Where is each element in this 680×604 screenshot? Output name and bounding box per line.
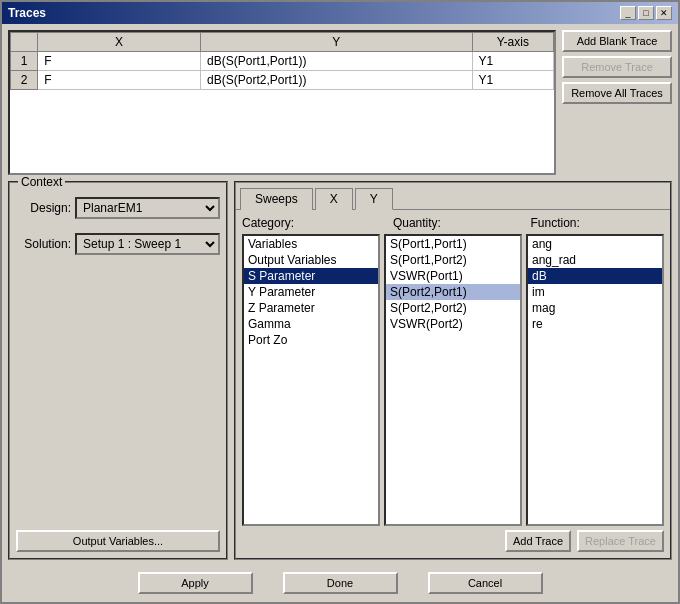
quantities-list[interactable]: S(Port1,Port1)S(Port1,Port2)VSWR(Port1)S…	[384, 234, 522, 526]
row-yaxis: Y1	[472, 71, 553, 90]
solution-select[interactable]: Setup 1 : Sweep 1	[75, 233, 220, 255]
add-blank-trace-button[interactable]: Add Blank Trace	[562, 30, 672, 52]
list-item[interactable]: S(Port2,Port2)	[386, 300, 520, 316]
tab-y[interactable]: Y	[355, 188, 393, 210]
title-bar-buttons: _ □ ✕	[620, 6, 672, 20]
close-button[interactable]: ✕	[656, 6, 672, 20]
design-field-row: Design: PlanarEM1	[16, 197, 220, 219]
list-item[interactable]: ang	[528, 236, 662, 252]
remove-trace-button[interactable]: Remove Trace	[562, 56, 672, 78]
row-x: F	[38, 71, 201, 90]
sweeps-panel: Sweeps X Y Category: Quantity: Function:…	[234, 181, 672, 560]
table-row[interactable]: 2 F dB(S(Port2,Port1)) Y1	[11, 71, 554, 90]
list-item[interactable]: Z Parameter	[244, 300, 378, 316]
row-num: 1	[11, 52, 38, 71]
remove-all-traces-button[interactable]: Remove All Traces	[562, 82, 672, 104]
row-yaxis: Y1	[472, 52, 553, 71]
list-item[interactable]: VSWR(Port2)	[386, 316, 520, 332]
window-content: X Y Y-axis 1 F dB(S(Port1,Port1)) Y1 2 F…	[2, 24, 678, 602]
list-item[interactable]: S(Port1,Port2)	[386, 252, 520, 268]
row-y: dB(S(Port2,Port1))	[201, 71, 473, 90]
sweeps-bottom-buttons: Add Trace Replace Trace	[242, 530, 664, 552]
add-trace-button[interactable]: Add Trace	[505, 530, 571, 552]
solution-label: Solution:	[16, 237, 71, 251]
header-yaxis: Y-axis	[472, 33, 553, 52]
header-rownum	[11, 33, 38, 52]
lists-row: VariablesOutput VariablesS ParameterY Pa…	[242, 234, 664, 526]
column-headers: Category: Quantity: Function:	[242, 216, 664, 230]
output-variables-button[interactable]: Output Variables...	[16, 530, 220, 552]
list-item[interactable]: ang_rad	[528, 252, 662, 268]
list-item[interactable]: Port Zo	[244, 332, 378, 348]
list-item[interactable]: dB	[528, 268, 662, 284]
header-y: Y	[201, 33, 473, 52]
category-header: Category:	[242, 216, 389, 230]
minimize-button[interactable]: _	[620, 6, 636, 20]
traces-table: X Y Y-axis 1 F dB(S(Port1,Port1)) Y1 2 F…	[10, 32, 554, 90]
functions-list[interactable]: angang_raddBimmagre	[526, 234, 664, 526]
title-bar: Traces _ □ ✕	[2, 2, 678, 24]
solution-select-wrapper: Setup 1 : Sweep 1	[75, 233, 220, 255]
maximize-button[interactable]: □	[638, 6, 654, 20]
context-spacer	[16, 261, 220, 524]
list-item[interactable]: Output Variables	[244, 252, 378, 268]
row-y: dB(S(Port1,Port1))	[201, 52, 473, 71]
replace-trace-button[interactable]: Replace Trace	[577, 530, 664, 552]
list-item[interactable]: Variables	[244, 236, 378, 252]
list-item[interactable]: S(Port1,Port1)	[386, 236, 520, 252]
list-item[interactable]: S(Port2,Port1)	[386, 284, 520, 300]
solution-field-row: Solution: Setup 1 : Sweep 1	[16, 233, 220, 255]
list-item[interactable]: re	[528, 316, 662, 332]
footer-buttons: Apply Done Cancel	[8, 566, 672, 596]
list-item[interactable]: S Parameter	[244, 268, 378, 284]
row-x: F	[38, 52, 201, 71]
table-row[interactable]: 1 F dB(S(Port1,Port1)) Y1	[11, 52, 554, 71]
design-label: Design:	[16, 201, 71, 215]
design-select[interactable]: PlanarEM1	[75, 197, 220, 219]
window-title: Traces	[8, 6, 46, 20]
row-num: 2	[11, 71, 38, 90]
cancel-button[interactable]: Cancel	[428, 572, 543, 594]
design-select-wrapper: PlanarEM1	[75, 197, 220, 219]
function-header: Function:	[530, 216, 664, 230]
list-item[interactable]: mag	[528, 300, 662, 316]
top-section: X Y Y-axis 1 F dB(S(Port1,Port1)) Y1 2 F…	[8, 30, 672, 175]
categories-list[interactable]: VariablesOutput VariablesS ParameterY Pa…	[242, 234, 380, 526]
apply-button[interactable]: Apply	[138, 572, 253, 594]
context-panel: Context Design: PlanarEM1 Solution: Setu…	[8, 181, 228, 560]
list-item[interactable]: VSWR(Port1)	[386, 268, 520, 284]
quantity-header: Quantity:	[393, 216, 527, 230]
tab-x[interactable]: X	[315, 188, 353, 210]
list-item[interactable]: Gamma	[244, 316, 378, 332]
right-buttons: Add Blank Trace Remove Trace Remove All …	[562, 30, 672, 175]
sweeps-content: Category: Quantity: Function: VariablesO…	[236, 210, 670, 558]
list-item[interactable]: im	[528, 284, 662, 300]
traces-table-container: X Y Y-axis 1 F dB(S(Port1,Port1)) Y1 2 F…	[8, 30, 556, 175]
main-window: Traces _ □ ✕ X Y Y-axis	[0, 0, 680, 604]
header-x: X	[38, 33, 201, 52]
list-item[interactable]: Y Parameter	[244, 284, 378, 300]
context-group-label: Context	[18, 175, 65, 189]
bottom-section: Context Design: PlanarEM1 Solution: Setu…	[8, 181, 672, 560]
done-button[interactable]: Done	[283, 572, 398, 594]
tabs-bar: Sweeps X Y	[236, 183, 670, 210]
tab-sweeps[interactable]: Sweeps	[240, 188, 313, 210]
